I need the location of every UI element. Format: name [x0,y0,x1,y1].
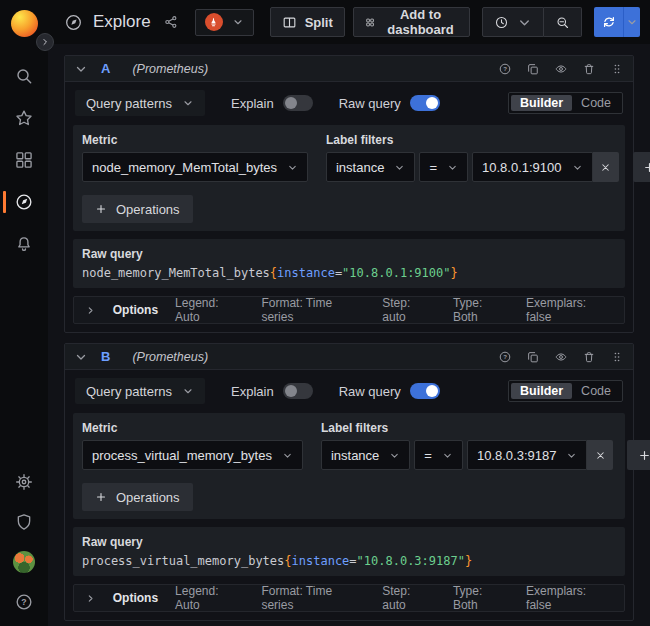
delete-query-trash-icon[interactable] [582,62,596,76]
query-editor-body: Query patterns Explain Raw query Builder… [65,370,633,620]
query-patterns-label: Query patterns [86,96,172,111]
query-patterns-dropdown[interactable]: Query patterns [75,90,205,116]
raw-query-toggle-wrap[interactable]: Raw query [339,383,440,399]
split-button[interactable]: Split [270,7,345,37]
metric-field: Metric node_memory_MemTotal_bytes [82,133,308,182]
query-ref-id: A [101,61,110,76]
page-title: Explore [93,12,151,32]
drag-handle-icon[interactable] [610,350,624,364]
query-help-icon[interactable]: ? [498,350,512,364]
sidebar-item-profile[interactable] [0,551,48,573]
remove-filter-button[interactable] [587,440,613,470]
raw-query-toggle[interactable] [410,383,440,399]
share-icon[interactable] [163,14,179,30]
query-patterns-dropdown[interactable]: Query patterns [75,378,205,404]
builder-tab[interactable]: Builder [511,383,572,399]
metric-field: Metric process_virtual_memory_bytes [82,421,303,470]
sidebar-item-explore[interactable] [0,191,48,213]
duplicate-query-icon[interactable] [526,350,540,364]
query-editors: A (Prometheus) ? Query patterns Explain [64,55,634,621]
explain-label: Explain [231,384,274,399]
query-options-row[interactable]: Options Legend: Auto Format: Time series… [73,584,625,612]
toggle-visibility-eye-icon[interactable] [554,62,568,76]
filter-operator-select[interactable]: = [419,152,468,182]
sidebar-item-configuration[interactable] [0,471,48,493]
add-filter-button[interactable] [633,152,650,182]
query-options-row[interactable]: Options Legend: Auto Format: Time series… [73,296,625,324]
sidebar-item-starred[interactable] [0,107,48,129]
svg-text:?: ? [503,65,507,72]
collapse-chevron-icon[interactable] [74,62,88,76]
zoom-out-time-button[interactable] [544,7,582,37]
grafana-logo-icon[interactable] [11,10,38,37]
options-exemplars: Exemplars: false [526,296,613,324]
metric-select[interactable]: node_memory_MemTotal_bytes [82,152,308,182]
add-to-dashboard-button[interactable]: Add to dashboard [353,7,470,37]
collapse-chevron-icon[interactable] [74,350,88,364]
explain-toggle[interactable] [283,95,313,111]
query-editor-header[interactable]: A (Prometheus) ? [65,56,633,82]
dashboard-grid-icon [365,15,375,30]
run-query-caret[interactable] [623,7,640,37]
operations-label: Operations [116,202,180,217]
query-editor-header[interactable]: B (Prometheus) ? [65,344,633,370]
explain-label: Explain [231,96,274,111]
toggle-visibility-eye-icon[interactable] [554,350,568,364]
filter-label-select[interactable]: instance [326,152,415,182]
delete-query-trash-icon[interactable] [582,350,596,364]
filter-value-select[interactable]: 10.8.0.3:9187 [467,440,588,470]
visual-query-builder-panel: Metric node_memory_MemTotal_bytes Label … [73,125,625,231]
filter-value-select[interactable]: 10.8.0.1:9100 [472,152,593,182]
zoom-out-icon [555,15,570,30]
datasource-picker[interactable] [195,9,254,36]
filter-label-select[interactable]: instance [321,440,410,470]
split-view-icon [282,15,297,30]
sidebar-item-server-admin[interactable] [0,511,48,533]
main-column: Explore Split Add to dashboard [48,0,650,626]
builder-tab[interactable]: Builder [511,95,572,111]
query-toolbar: Query patterns Explain Raw query Builder… [75,378,623,404]
raw-label: instance [277,266,335,280]
filter-operator-select[interactable]: = [414,440,463,470]
add-filter-button[interactable] [627,440,650,470]
clock-icon [494,15,509,30]
raw-query-toggle-wrap[interactable]: Raw query [339,95,440,111]
visual-query-builder-panel: Metric process_virtual_memory_bytes Labe… [73,413,625,519]
metric-select[interactable]: process_virtual_memory_bytes [82,440,303,470]
query-help-icon[interactable]: ? [498,62,512,76]
explain-toggle-wrap[interactable]: Explain [231,383,313,399]
options-title: Options [113,591,158,605]
explore-page-icon [64,13,83,32]
add-operations-button[interactable]: Operations [82,483,193,511]
filter-label-value: instance [336,160,384,175]
sidebar-item-dashboards[interactable] [0,149,48,171]
options-format: Format: Time series [261,584,365,612]
sidebar-item-search[interactable] [0,65,48,87]
builder-fields-row: Metric process_virtual_memory_bytes Labe… [82,421,616,470]
query-ref-id: B [101,349,110,364]
raw-value: "10.8.0.3:9187" [357,554,465,568]
duplicate-query-icon[interactable] [526,62,540,76]
explain-toggle[interactable] [283,383,313,399]
search-icon [14,66,34,86]
sidebar-item-alerting[interactable] [0,233,48,255]
explain-toggle-wrap[interactable]: Explain [231,95,313,111]
sidebar-expand-button[interactable] [36,33,54,51]
topbar: Explore Split Add to dashboard [48,0,650,44]
sidebar-item-help[interactable]: ? [0,591,48,613]
raw-query-panel: Raw query process_virtual_memory_bytes{i… [73,527,625,576]
drag-handle-icon[interactable] [610,62,624,76]
code-tab[interactable]: Code [572,95,620,111]
compass-icon [14,192,34,212]
chevron-down-icon [442,450,453,461]
run-query-button[interactable] [594,7,640,37]
add-operations-button[interactable]: Operations [82,195,193,223]
raw-query-toggle[interactable] [410,95,440,111]
builder-fields-row: Metric node_memory_MemTotal_bytes Label … [82,133,616,182]
raw-metric: node_memory_MemTotal_bytes [82,266,270,280]
code-tab[interactable]: Code [572,383,620,399]
remove-filter-button[interactable] [593,152,619,182]
plus-icon [643,161,650,174]
metric-field-label: Metric [82,133,308,147]
time-range-picker-button[interactable] [482,7,544,37]
